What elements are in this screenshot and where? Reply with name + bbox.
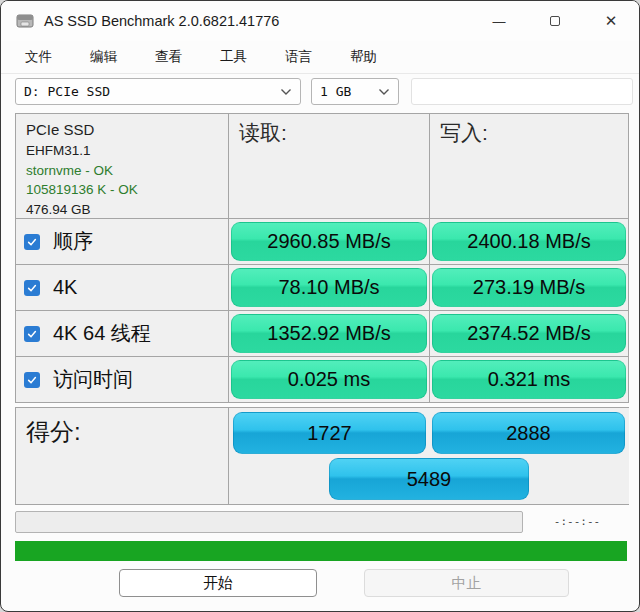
minimize-button[interactable]: — xyxy=(471,1,527,41)
app-window: AS SSD Benchmark 2.0.6821.41776 — ✕ 文件 编… xyxy=(0,0,640,612)
test-label: 访问时间 xyxy=(53,366,133,393)
empty-field[interactable] xyxy=(411,78,633,105)
menu-tools[interactable]: 工具 xyxy=(208,43,259,71)
score-label: 得分: xyxy=(16,408,228,504)
4k64-write-cell: 2374.52 MB/s xyxy=(430,311,628,356)
results-table: PCIe SSD EHFM31.1 stornvme - OK 10581913… xyxy=(15,113,629,403)
score-values: 1727 2888 5489 xyxy=(229,408,629,504)
4k-read-cell: 78.10 MB/s xyxy=(229,265,429,310)
4k64-read-cell: 1352.92 MB/s xyxy=(229,311,429,356)
seq-read-value: 2960.85 MB/s xyxy=(231,222,427,261)
read-score-value: 1727 xyxy=(233,412,426,454)
drive-driver-status: stornvme - OK xyxy=(26,161,218,181)
4k64-write-value: 2374.52 MB/s xyxy=(432,314,626,353)
menu-view[interactable]: 查看 xyxy=(143,43,194,71)
write-column-header: 写入: xyxy=(430,114,628,218)
elapsed-time: -:--:-- xyxy=(539,511,615,533)
test-row-seq-label: 顺序 xyxy=(16,219,228,264)
access-checkbox[interactable] xyxy=(24,372,40,388)
4k64-read-value: 1352.92 MB/s xyxy=(231,314,427,353)
access-write-value: 0.321 ms xyxy=(432,360,626,399)
maximize-button[interactable] xyxy=(527,1,583,41)
chevron-down-icon xyxy=(280,88,292,96)
4k-write-cell: 273.19 MB/s xyxy=(430,265,628,310)
test-row-access-label: 访问时间 xyxy=(16,357,228,402)
access-read-value: 0.025 ms xyxy=(231,360,427,399)
drive-firmware: EHFM31.1 xyxy=(26,141,218,161)
drive-capacity: 476.94 GB xyxy=(26,200,218,219)
window-title: AS SSD Benchmark 2.0.6821.41776 xyxy=(44,13,279,29)
maximize-icon xyxy=(550,16,560,26)
menu-bar: 文件 编辑 查看 工具 语言 帮助 xyxy=(1,41,639,74)
app-disk-icon xyxy=(16,13,34,29)
menu-help[interactable]: 帮助 xyxy=(338,43,389,71)
score-section: 得分: 1727 2888 5489 xyxy=(15,407,629,505)
toolbar: D: PCIe SSD 1 GB xyxy=(1,78,639,106)
close-button[interactable]: ✕ xyxy=(583,1,639,41)
seq-read-cell: 2960.85 MB/s xyxy=(229,219,429,264)
start-button[interactable]: 开始 xyxy=(119,569,317,597)
seq-checkbox[interactable] xyxy=(24,234,40,250)
access-read-cell: 0.025 ms xyxy=(229,357,429,402)
drive-name: PCIe SSD xyxy=(26,119,218,141)
overall-progress-bar xyxy=(15,541,627,561)
4k-read-value: 78.10 MB/s xyxy=(231,268,427,307)
abort-button[interactable]: 中止 xyxy=(364,569,569,597)
menu-file[interactable]: 文件 xyxy=(13,43,64,71)
test-row-4k64-label: 4K 64 线程 xyxy=(16,311,228,356)
drive-select[interactable]: D: PCIe SSD xyxy=(15,78,301,105)
drive-info-panel: PCIe SSD EHFM31.1 stornvme - OK 10581913… xyxy=(16,114,228,218)
seq-write-cell: 2400.18 MB/s xyxy=(430,219,628,264)
total-score-value: 5489 xyxy=(329,458,529,500)
test-row-4k-label: 4K xyxy=(16,265,228,310)
menu-language[interactable]: 语言 xyxy=(273,43,324,71)
drive-select-value: D: PCIe SSD xyxy=(24,84,110,99)
4k64-checkbox[interactable] xyxy=(24,326,40,342)
4k-checkbox[interactable] xyxy=(24,280,40,296)
read-column-header: 读取: xyxy=(229,114,429,218)
test-size-value: 1 GB xyxy=(320,84,351,99)
test-size-select[interactable]: 1 GB xyxy=(311,78,399,105)
test-progress-bar xyxy=(15,511,523,533)
access-write-cell: 0.321 ms xyxy=(430,357,628,402)
write-score-value: 2888 xyxy=(432,412,625,454)
menu-edit[interactable]: 编辑 xyxy=(78,43,129,71)
drive-offset-status: 105819136 K - OK xyxy=(26,180,218,200)
seq-write-value: 2400.18 MB/s xyxy=(432,222,626,261)
title-bar: AS SSD Benchmark 2.0.6821.41776 — ✕ xyxy=(1,1,639,41)
window-controls: — ✕ xyxy=(471,1,639,41)
test-label: 顺序 xyxy=(53,228,93,255)
test-label: 4K xyxy=(53,276,77,299)
4k-write-value: 273.19 MB/s xyxy=(432,268,626,307)
chevron-down-icon xyxy=(378,88,390,96)
test-label: 4K 64 线程 xyxy=(53,320,151,347)
